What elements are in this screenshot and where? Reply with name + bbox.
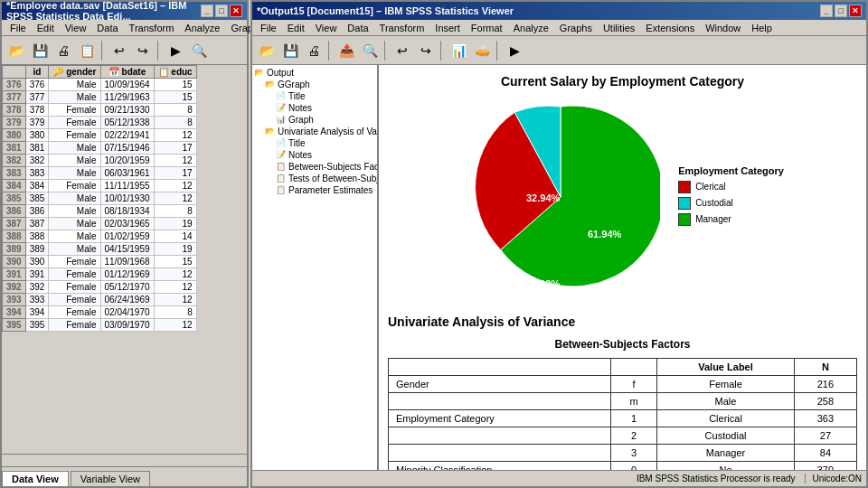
label-cell: Clerical [657,410,795,427]
th-n: N [794,359,856,376]
horizontal-scrollbar[interactable] [2,454,247,466]
clerical-color [678,181,691,193]
open-icon[interactable]: 📂 [5,40,27,61]
tree-item-label: Graph [288,115,314,125]
r-menu-view[interactable]: View [311,22,342,34]
tree-item[interactable]: 📂Univariate Analysis of Variance [254,126,375,137]
restore-btn[interactable]: □ [215,5,228,17]
r-redo-icon[interactable]: ↪ [415,40,437,61]
row-number: 383 [3,167,26,180]
chart-title: Current Salary by Employment Category [388,74,857,89]
r-menu-transform[interactable]: Transform [375,22,429,34]
r-menu-window[interactable]: Window [701,22,745,34]
r-export-icon[interactable]: 📤 [335,40,357,61]
print-icon[interactable]: 🖨 [52,40,74,61]
data-table-container[interactable]: id 🔑 gender 📅 bdate 📋 educ 376 376 Male … [2,65,247,454]
col-id[interactable]: id [25,66,49,79]
between-subjects-title: Between-Subjects Factors [388,338,857,351]
row-number: 377 [3,91,26,104]
th-val [611,359,657,376]
tree-item[interactable]: 📝Notes [254,149,375,161]
undo-icon[interactable]: ↩ [108,40,130,61]
r-menu-graphs[interactable]: Graphs [555,22,597,34]
tab-data-view[interactable]: Data View [2,471,69,486]
r-bar-chart-icon[interactable]: 📊 [448,40,469,61]
menu-transform[interactable]: Transform [125,22,179,34]
n-cell: 363 [794,410,856,427]
col-gender[interactable]: 🔑 gender [49,66,100,79]
table-row: 390 390 Female 11/09/1968 15 [3,256,197,268]
go-to-data-icon[interactable]: ▶ [165,40,186,61]
col-educ[interactable]: 📋 educ [154,66,196,79]
row-number: 379 [3,117,26,129]
pie-chart: 61.94% 32.94% 5.12% [461,98,660,296]
table-row: 382 382 Male 10/20/1959 12 [3,155,197,167]
r-menu-edit[interactable]: Edit [283,22,309,34]
factor-cell [389,393,611,410]
tree-item[interactable]: 📋Parameter Estimates [254,184,375,196]
tree-item[interactable]: 📄Title [254,90,375,102]
r-menu-insert[interactable]: Insert [430,22,465,34]
r-menu-format[interactable]: Format [467,22,507,34]
tree-item[interactable]: 📂GGraph [254,79,375,90]
menu-file[interactable]: File [5,22,31,34]
cell-educ: 15 [154,79,196,91]
cell-bdate: 02/04/1970 [100,306,154,319]
r-print-icon[interactable]: 🖨 [303,40,325,61]
col-bdate[interactable]: 📅 bdate [100,66,154,79]
r-menu-data[interactable]: Data [343,22,373,34]
manager-label: Manager [695,214,731,224]
left-window-title: *Employee data.sav [DataSet16] – IBM SPS… [6,0,201,22]
cell-id: 387 [25,218,49,230]
cell-id: 393 [25,294,49,306]
menu-data[interactable]: Data [92,22,122,34]
menu-view[interactable]: View [61,22,91,34]
cell-bdate: 07/15/1946 [100,142,154,155]
r-menu-utilities[interactable]: Utilities [599,22,639,34]
cell-educ: 8 [154,104,196,117]
cell-id: 376 [25,79,49,91]
tree-item[interactable]: 📊Graph [254,114,375,126]
menu-edit[interactable]: Edit [33,22,59,34]
r-open-icon[interactable]: 📂 [256,40,278,61]
r-menu-extensions[interactable]: Extensions [641,22,699,34]
chart-legend: Employment Category Clerical Custodial [678,165,784,230]
r-run-icon[interactable]: ▶ [504,40,525,61]
cell-gender: Male [49,230,100,243]
find-icon[interactable]: 🔍 [188,40,210,61]
cell-educ: 15 [154,256,196,268]
dialog-recall-icon[interactable]: 📋 [76,40,98,61]
right-close-btn[interactable]: ✕ [849,5,862,17]
tree-item[interactable]: 📝Notes [254,102,375,114]
redo-icon[interactable]: ↪ [132,40,154,61]
cell-gender: Female [49,129,100,142]
r-sep-1 [328,41,332,61]
output-content: 📂Output📂GGraph📄Title📝Notes📊Graph📂Univari… [252,65,866,470]
tab-variable-view[interactable]: Variable View [71,471,150,486]
r-menu-help[interactable]: Help [747,22,777,34]
tree-item[interactable]: 📋Tests of Between-Subjects [254,173,375,184]
r-find-icon[interactable]: 🔍 [359,40,381,61]
table-row: 391 391 Female 01/12/1969 12 [3,268,197,281]
cell-gender: Female [49,180,100,192]
r-menu-analyze[interactable]: Analyze [509,22,553,34]
r-save-icon[interactable]: 💾 [279,40,301,61]
output-tree[interactable]: 📂Output📂GGraph📄Title📝Notes📊Graph📂Univari… [252,65,379,470]
r-menu-file[interactable]: File [256,22,281,34]
save-icon[interactable]: 💾 [29,40,51,61]
menu-analyze[interactable]: Analyze [180,22,224,34]
right-restore-btn[interactable]: □ [835,5,847,17]
close-btn[interactable]: ✕ [230,5,242,17]
legend-custodial: Custodial [678,197,784,210]
r-pie-chart-icon[interactable]: 🥧 [471,40,493,61]
cell-id: 388 [25,230,49,243]
output-main[interactable]: Current Salary by Employment Category [379,65,866,470]
minimize-btn[interactable]: _ [201,5,213,17]
tree-item[interactable]: 📋Between-Subjects Factors [254,161,375,173]
cell-bdate: 06/24/1969 [100,294,154,306]
right-minimize-btn[interactable]: _ [820,5,833,17]
r-undo-icon[interactable]: ↩ [392,40,413,61]
tree-item[interactable]: 📄Title [254,137,375,149]
cell-bdate: 11/11/1955 [100,180,154,192]
tree-item[interactable]: 📂Output [254,67,375,79]
